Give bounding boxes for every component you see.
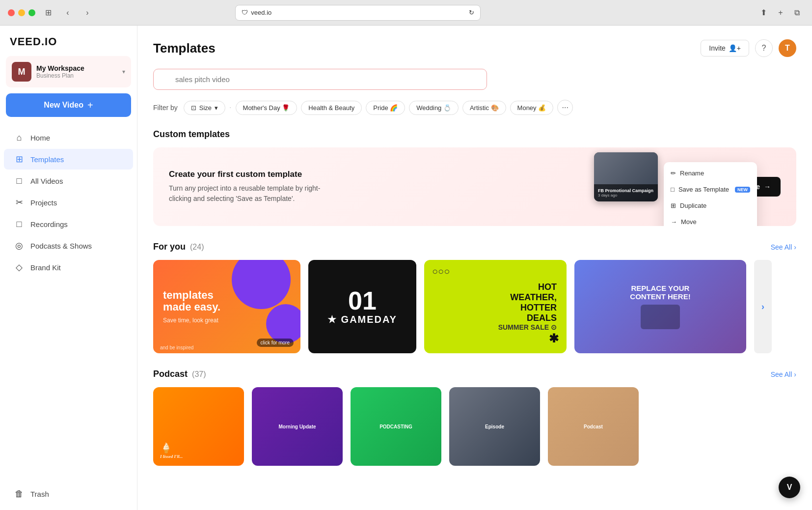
brand-kit-icon: ◇: [14, 262, 25, 273]
browser-chrome: ⊞ ‹ › 🛡 veed.io ↻ ⬆ + ⧉: [0, 0, 812, 26]
podcast-title: Podcast (37): [153, 369, 206, 379]
workspace-selector[interactable]: M My Workspace Business Plan ▾: [6, 56, 131, 87]
workspace-plan: Business Plan: [36, 72, 117, 79]
podcast-inner-5: Podcast: [548, 387, 639, 466]
filter-chip-pride[interactable]: Pride 🌈: [366, 101, 405, 115]
scroll-right-button[interactable]: ›: [754, 260, 772, 353]
podcast-template-2[interactable]: Morning Update: [252, 387, 343, 466]
filter-chip-artistic[interactable]: Artistic 🎨: [462, 101, 506, 115]
template-card-gameday[interactable]: 01 ★ GAMEDAY: [308, 260, 416, 353]
floating-letter: V: [787, 483, 792, 492]
sidebar-item-label: Brand Kit: [30, 263, 61, 272]
new-video-button[interactable]: New Video +: [6, 93, 131, 117]
chevron-right-icon: ›: [794, 243, 796, 251]
sidebar-item-home[interactable]: ⌂ Home: [4, 127, 133, 148]
pride-label: Pride 🌈: [373, 104, 398, 112]
sidebar-item-all-videos[interactable]: □ All Videos: [4, 170, 133, 191]
custom-templates-heading: Create your first custom template: [169, 170, 336, 179]
filter-chip-money[interactable]: Money 💰: [510, 101, 554, 115]
filter-chip-wedding[interactable]: Wedding 💍: [409, 101, 459, 115]
user-add-icon: 👤+: [729, 44, 741, 52]
share-icon[interactable]: ⬆: [757, 6, 771, 20]
invite-button[interactable]: Invite 👤+: [701, 40, 749, 57]
sidebar-item-brand-kit[interactable]: ◇ Brand Kit: [4, 257, 133, 278]
save-template-icon: □: [671, 186, 675, 193]
close-button[interactable]: [8, 9, 15, 16]
template-hot-label: HOTWEATHER,HOTTERDEALS: [510, 282, 557, 323]
url-text: veed.io: [251, 9, 271, 16]
rename-icon: ✏: [671, 170, 676, 177]
chevron-down-icon: ▾: [215, 104, 218, 112]
health-beauty-label: Health & Beauty: [308, 104, 354, 112]
for-you-see-all[interactable]: See All ›: [771, 243, 796, 251]
avatar[interactable]: T: [779, 39, 796, 57]
search-wrapper: 🔍: [153, 69, 487, 90]
filter-more-button[interactable]: ···: [557, 100, 573, 115]
tabs-icon[interactable]: ⧉: [790, 6, 804, 20]
floating-help-button[interactable]: V: [779, 477, 800, 498]
podcast-see-all[interactable]: See All ›: [771, 370, 796, 378]
dots-icon: ○○○: [432, 266, 450, 277]
browser-actions: ⬆ + ⧉: [757, 6, 804, 20]
context-menu-preview: FB Promotional Campaign 3 days ago ✏ Ren…: [594, 152, 757, 226]
forward-button[interactable]: ›: [81, 6, 94, 20]
sidebar-item-label: Templates: [30, 155, 64, 164]
context-save-template[interactable]: □ Save as Template NEW: [664, 181, 757, 198]
sidebar-item-podcasts[interactable]: ◎ Podcasts & Shows: [4, 235, 133, 256]
filter-bar: Filter by ⊡ Size ▾ · Mother's Day 🌹 Heal…: [153, 100, 796, 115]
filter-chip-size[interactable]: ⊡ Size ▾: [184, 101, 225, 115]
template-number: 01: [348, 288, 377, 313]
search-input[interactable]: [153, 69, 487, 90]
template-card-templates-easy[interactable]: templatesmade easy. Save time, look grea…: [153, 260, 300, 353]
podcast-template-3[interactable]: PODCASTING: [351, 387, 441, 466]
maximize-button[interactable]: [28, 9, 35, 16]
ellipsis-icon: ···: [562, 103, 568, 112]
sidebar-item-templates[interactable]: ⊞ Templates 🖐: [4, 149, 133, 170]
traffic-lights: [8, 9, 35, 16]
podcasts-icon: ◎: [14, 240, 25, 251]
workspace-avatar: M: [12, 62, 31, 82]
template-card-replace-content[interactable]: REPLACE YOURCONTENT HERE!: [574, 260, 746, 353]
podcast-inner-1: 🍦 I lissed I'll...: [153, 387, 244, 466]
sidebar-item-label: Projects: [30, 198, 57, 207]
sidebar-toggle-icon[interactable]: ⊞: [41, 6, 55, 20]
shield-icon: 🛡: [242, 9, 248, 16]
asterisk-icon: ✱: [549, 332, 559, 345]
context-dropdown: ✏ Rename □ Save as Template NEW ⊞ Duplic…: [664, 162, 757, 226]
move-label: Move: [681, 218, 697, 226]
back-button[interactable]: ‹: [61, 6, 75, 20]
for-you-templates-grid: templatesmade easy. Save time, look grea…: [153, 260, 796, 353]
move-icon: →: [671, 218, 677, 226]
filter-chip-health-beauty[interactable]: Health & Beauty: [301, 101, 362, 115]
plus-icon: +: [87, 100, 93, 111]
template-card-summer-sale[interactable]: ○○○ HOTWEATHER,HOTTERDEALS SUMMER SALE ⊙…: [424, 260, 567, 353]
invite-label: Invite: [709, 44, 725, 52]
filter-chip-mothers-day[interactable]: Mother's Day 🌹: [236, 101, 298, 115]
new-tab-icon[interactable]: +: [774, 6, 787, 20]
podcast-template-5[interactable]: Podcast: [548, 387, 639, 466]
context-move[interactable]: → Move: [664, 214, 757, 226]
help-button[interactable]: ?: [755, 39, 773, 57]
template-subtitle: Save time, look great: [163, 317, 218, 324]
address-bar[interactable]: 🛡 veed.io ↻: [235, 5, 481, 21]
chevron-down-icon: ▾: [122, 68, 125, 75]
podcast-section-header: Podcast (37) See All ›: [153, 369, 796, 379]
trash-icon: 🗑: [14, 488, 25, 499]
context-duplicate[interactable]: ⊞ Duplicate: [664, 198, 757, 214]
minimize-button[interactable]: [18, 9, 25, 16]
sidebar-item-projects[interactable]: ✂ Projects: [4, 192, 133, 213]
podcast-template-1[interactable]: 🍦 I lissed I'll...: [153, 387, 244, 466]
template-label: ★ GAMEDAY: [327, 313, 397, 325]
money-label: Money 💰: [517, 104, 546, 112]
page-title: Templates: [153, 41, 216, 56]
mothers-day-label: Mother's Day 🌹: [243, 104, 290, 112]
reload-icon[interactable]: ↻: [469, 9, 474, 16]
podcast-template-4[interactable]: Episode: [449, 387, 540, 466]
sidebar-item-recordings[interactable]: □ Recordings: [4, 214, 133, 234]
workspace-info: My Workspace Business Plan: [36, 64, 117, 79]
custom-templates-text: Create your first custom template Turn a…: [169, 170, 336, 204]
sidebar-item-trash[interactable]: 🗑 Trash: [4, 483, 133, 504]
context-rename[interactable]: ✏ Rename: [664, 165, 757, 181]
save-template-label: Save as Template: [678, 186, 729, 193]
main-content: Templates Invite 👤+ ? T 🔍 Filter by: [137, 26, 812, 510]
